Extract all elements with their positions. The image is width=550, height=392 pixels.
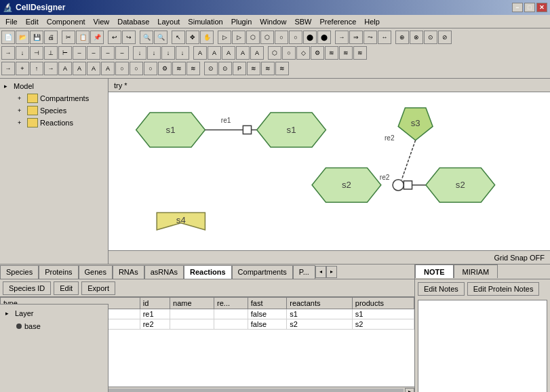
- tb-g4[interactable]: ⊘: [438, 31, 452, 44]
- tb2-20[interactable]: ○: [282, 46, 296, 60]
- tb2-19[interactable]: ⬡: [268, 46, 281, 60]
- tb-cut[interactable]: ✂: [62, 31, 75, 44]
- tb3-9[interactable]: ○: [115, 62, 129, 75]
- menu-database[interactable]: Database: [113, 16, 153, 27]
- tb2-18[interactable]: A: [250, 46, 264, 60]
- tb2-7[interactable]: –: [87, 46, 100, 60]
- title-bar-buttons[interactable]: − □ ✕: [512, 3, 547, 12]
- tb-b3[interactable]: ⬡: [246, 31, 260, 44]
- tb-b1[interactable]: ▷: [218, 31, 231, 44]
- menu-edit[interactable]: Edit: [22, 16, 43, 27]
- tb2-11[interactable]: ↓: [147, 46, 161, 60]
- tb-b2[interactable]: ▷: [232, 31, 245, 44]
- canvas-content[interactable]: s1 re1 s1 s3 re2 s2 re2: [109, 92, 550, 250]
- tb3-10[interactable]: ○: [130, 62, 143, 75]
- tb-hand[interactable]: ✋: [200, 31, 214, 44]
- scroll-right-button[interactable]: ▸: [405, 388, 414, 393]
- tb2-23[interactable]: ≋: [325, 46, 338, 60]
- tb2-14[interactable]: A: [193, 46, 207, 60]
- tb-b7[interactable]: ⬤: [303, 31, 317, 44]
- tb3-14[interactable]: ≋: [186, 62, 200, 75]
- tb-g3[interactable]: ⊙: [424, 31, 437, 44]
- tb-select[interactable]: ↖: [172, 31, 185, 44]
- tb3-2[interactable]: +: [16, 62, 29, 75]
- tb-b4[interactable]: ⬡: [260, 31, 274, 44]
- tb-r4[interactable]: ↔: [378, 31, 391, 44]
- tb3-16[interactable]: ⊙: [218, 62, 232, 75]
- tb3-3[interactable]: ↑: [30, 62, 43, 75]
- tb2-22[interactable]: ⚙: [311, 46, 324, 60]
- tb2-6[interactable]: –: [73, 46, 86, 60]
- tb-copy[interactable]: 📋: [76, 31, 90, 44]
- tb-undo[interactable]: ↩: [108, 31, 121, 44]
- menu-component[interactable]: Component: [43, 16, 90, 27]
- menu-sbw[interactable]: SBW: [290, 16, 315, 27]
- tb3-1[interactable]: →: [1, 62, 15, 75]
- minimize-button[interactable]: −: [512, 3, 523, 12]
- tb2-13[interactable]: ↓: [176, 46, 189, 60]
- tb2-24[interactable]: ≋: [339, 46, 353, 60]
- tb3-4[interactable]: →: [44, 62, 58, 75]
- tb-open[interactable]: 📂: [16, 31, 29, 44]
- tb3-15[interactable]: ⊙: [204, 62, 218, 75]
- tab-reactions[interactable]: Reactions: [184, 265, 232, 279]
- tab-rnas[interactable]: RNAs: [113, 265, 144, 279]
- edit-protein-notes-button[interactable]: Edit Protein Notes: [467, 282, 540, 296]
- tb-paste[interactable]: 📌: [90, 31, 104, 44]
- tb-b5[interactable]: ○: [275, 31, 288, 44]
- tab-nav-right[interactable]: ▸: [326, 266, 337, 278]
- tb3-6[interactable]: A: [73, 62, 86, 75]
- menu-window[interactable]: Window: [256, 16, 290, 27]
- tb-g2[interactable]: ⊗: [410, 31, 423, 44]
- tb2-2[interactable]: ↓: [16, 46, 29, 60]
- tb2-1[interactable]: →: [1, 46, 15, 60]
- tree-species[interactable]: + Species: [1, 104, 106, 117]
- tab-species[interactable]: Species: [0, 265, 39, 279]
- close-button[interactable]: ✕: [536, 3, 547, 12]
- tab-note[interactable]: NOTE: [415, 264, 454, 278]
- tb-redo[interactable]: ↪: [122, 31, 136, 44]
- edit-button[interactable]: Edit: [54, 281, 79, 295]
- tb-r2[interactable]: ⇒: [349, 31, 363, 44]
- tb3-17[interactable]: P: [233, 62, 246, 75]
- tb3-5[interactable]: A: [58, 62, 72, 75]
- maximize-button[interactable]: □: [524, 3, 535, 12]
- export-button[interactable]: Export: [81, 281, 115, 295]
- tb-zoom-out[interactable]: 🔍: [154, 31, 168, 44]
- tb-b6[interactable]: ○: [289, 31, 302, 44]
- tb3-11[interactable]: ○: [144, 62, 157, 75]
- tb-new[interactable]: 📄: [1, 31, 15, 44]
- menu-view[interactable]: View: [90, 16, 114, 27]
- tb2-3[interactable]: ⊣: [30, 46, 43, 60]
- tb-move[interactable]: ✥: [186, 31, 199, 44]
- tb2-17[interactable]: A: [236, 46, 250, 60]
- tb2-5[interactable]: ⊢: [58, 46, 72, 60]
- tree-reactions[interactable]: + Reactions: [1, 117, 106, 129]
- tab-miriam[interactable]: MIRIAM: [454, 264, 498, 278]
- tree-compartments[interactable]: + Compartments: [1, 92, 106, 104]
- layer-root[interactable]: ▸ Layer: [3, 307, 105, 319]
- tb-r1[interactable]: →: [335, 31, 349, 44]
- tab-p[interactable]: P...: [293, 265, 315, 279]
- tb2-10[interactable]: ↓: [133, 46, 146, 60]
- tb2-12[interactable]: ↓: [161, 46, 175, 60]
- menu-simulation[interactable]: Simulation: [184, 16, 227, 27]
- tb-print[interactable]: 🖨: [44, 31, 58, 44]
- tb2-9[interactable]: –: [115, 46, 129, 60]
- edit-notes-button[interactable]: Edit Notes: [418, 282, 465, 296]
- tb-save[interactable]: 💾: [30, 31, 43, 44]
- tb-b8[interactable]: ⬤: [317, 31, 331, 44]
- tb2-21[interactable]: ◇: [296, 46, 310, 60]
- tb3-8[interactable]: A: [101, 62, 115, 75]
- tb2-15[interactable]: A: [208, 46, 221, 60]
- tb3-13[interactable]: ≋: [172, 62, 186, 75]
- tab-compartments[interactable]: Compartments: [232, 265, 293, 279]
- tb-r3[interactable]: ⤳: [364, 31, 377, 44]
- tb2-16[interactable]: A: [222, 46, 235, 60]
- tb3-19[interactable]: ≋: [261, 62, 275, 75]
- tab-genes[interactable]: Genes: [79, 265, 113, 279]
- tab-nav-left[interactable]: ◂: [315, 266, 326, 278]
- tree-root-model[interactable]: ▸ Model: [1, 80, 106, 92]
- menu-layout[interactable]: Layout: [153, 16, 184, 27]
- tb2-4[interactable]: ⊥: [44, 46, 58, 60]
